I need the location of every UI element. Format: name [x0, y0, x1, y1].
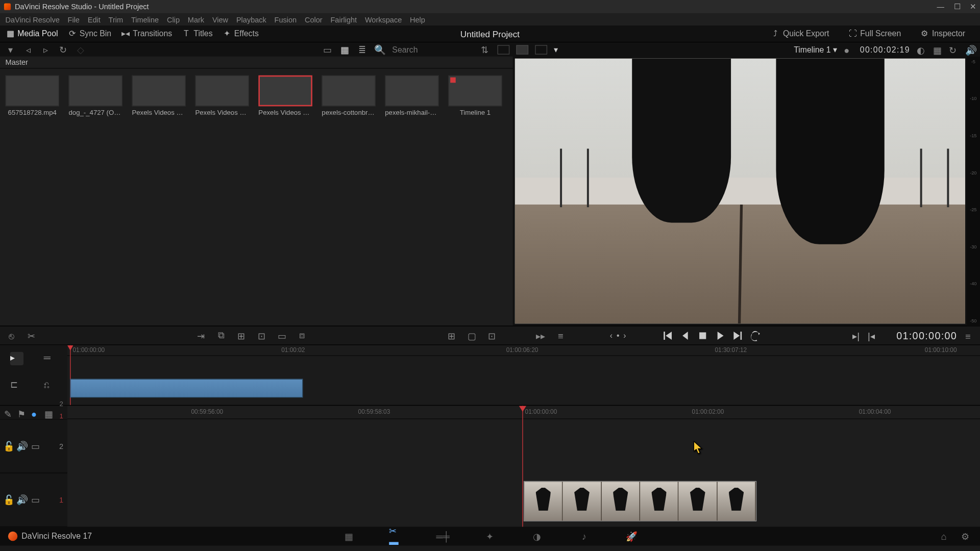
menu-clip[interactable]: Clip [167, 15, 180, 23]
edit-page-button[interactable]: ═╪ [436, 530, 450, 543]
boring-detector-button[interactable]: ⎋ [6, 329, 18, 341]
refresh-button[interactable]: ↻ [58, 44, 68, 55]
lock-icon[interactable]: 🔓 [4, 495, 13, 505]
stop-button[interactable] [697, 330, 708, 341]
record-icon[interactable]: ● [844, 45, 853, 54]
timeline-ruler[interactable]: 00:59:56:00 00:59:58:03 01:00:00:00 01:0… [67, 406, 980, 419]
video-track-1[interactable] [67, 475, 980, 527]
fast-review-button[interactable]: ▸▸ [534, 329, 547, 341]
sort-button[interactable]: ⇅ [480, 44, 491, 55]
tools-button[interactable]: ⊞ [446, 329, 458, 341]
list-view-button[interactable]: ≣ [357, 44, 368, 55]
lock-icon[interactable]: 🔓 [4, 441, 13, 450]
clip-thumbnail[interactable]: Timeline 1 [448, 76, 502, 116]
speaker-icon[interactable]: 🔊 [17, 441, 27, 450]
track-header-v2[interactable]: 🔓 🔊 ▭ 2 [0, 419, 67, 473]
misc-button[interactable]: ◇ [76, 44, 86, 55]
master-bin-label[interactable]: Master [0, 57, 513, 69]
close-button[interactable]: ✕ [970, 3, 976, 11]
go-start-button[interactable] [663, 330, 673, 341]
video-toggle-icon[interactable]: ▭ [31, 495, 40, 505]
smart-insert-button[interactable]: ⇥ [195, 329, 207, 341]
menu-help[interactable]: Help [410, 15, 425, 23]
media-page-button[interactable]: ▦ [342, 530, 355, 543]
viewer-layout-3[interactable] [535, 45, 547, 54]
menu-workspace[interactable]: Workspace [365, 15, 402, 23]
import-dropdown[interactable]: ▾ [6, 44, 16, 55]
video-track-2[interactable] [67, 420, 980, 474]
timeline-clip[interactable] [524, 481, 756, 521]
timeline-canvas[interactable]: 00:59:56:00 00:59:58:03 01:00:00:00 01:0… [67, 406, 980, 527]
panel-sync-bin[interactable]: ⟳Sync Bin [67, 29, 111, 38]
timeline-dropdown[interactable]: Timeline 1 ▾ [794, 45, 837, 54]
mini-clip[interactable] [70, 379, 303, 397]
fusion-page-button[interactable]: ✦ [483, 530, 497, 543]
timeline-clip-audio[interactable] [524, 521, 756, 521]
split-button[interactable]: ✂ [26, 329, 38, 341]
step-back-button[interactable] [680, 330, 691, 341]
track-header-v1[interactable]: 🔓 🔊 ▭ 1 [0, 473, 67, 527]
marker-toggle[interactable]: ✎ [4, 408, 12, 416]
bin-fwd-button[interactable]: ▹ [40, 44, 51, 55]
bypass-icon[interactable]: ◐ [917, 45, 926, 54]
clip-thumbnail-selected[interactable]: Pexels Videos 279... [258, 76, 312, 116]
source-overwrite-button[interactable]: ⧈ [296, 329, 308, 341]
snap-button[interactable]: ⊏ [10, 379, 23, 392]
clip-thumbnail[interactable]: Pexels Videos 278... [195, 76, 249, 116]
clip-thumbnail[interactable]: dog_-_4727 (Origi... [69, 76, 122, 116]
review-button[interactable]: ≡ [555, 329, 567, 341]
maximize-button[interactable]: ☐ [954, 3, 961, 11]
timeline-timecode[interactable]: 01:00:00:00 [896, 330, 957, 341]
menu-fusion[interactable]: Fusion [275, 15, 297, 23]
menu-timeline[interactable]: Timeline [131, 15, 159, 23]
dynamic-zoom-button[interactable]: ▢ [466, 329, 478, 341]
fairlight-page-button[interactable]: ♪ [577, 530, 591, 543]
menu-playback[interactable]: Playback [236, 15, 266, 23]
deliver-page-button[interactable]: 🚀 [625, 530, 638, 543]
clip-thumbnail[interactable]: pexels-cottonbro-... [322, 76, 375, 116]
video-toggle-icon[interactable]: ▭ [31, 441, 40, 450]
quick-export-button[interactable]: ⤴Quick Export [771, 29, 829, 38]
go-end-button[interactable] [732, 330, 743, 341]
clip-thumbnail[interactable]: pexels-mikhail-nil... [385, 76, 438, 116]
timeline-mode-b[interactable]: ═ [44, 352, 57, 365]
jog-next[interactable]: › [623, 331, 626, 340]
thumb-toggle[interactable]: ▦ [44, 408, 53, 416]
ripple-overwrite-button[interactable]: ⊞ [236, 329, 248, 341]
speaker-icon[interactable]: 🔊 [965, 45, 974, 54]
filmstrip-view-button[interactable]: ▭ [322, 44, 333, 55]
timeline-mode-a[interactable]: ▸ [10, 352, 23, 365]
color-page-button[interactable]: ◑ [530, 530, 544, 543]
menu-mark[interactable]: Mark [188, 15, 204, 23]
search-input[interactable] [392, 45, 473, 54]
audio-trim-button[interactable]: ⎌ [44, 379, 57, 392]
menu-trim[interactable]: Trim [109, 15, 123, 23]
cut-page-button[interactable]: ✂▬ [389, 530, 402, 543]
viewer-mode-dropdown[interactable]: ▾ [554, 45, 558, 54]
panel-titles[interactable]: TTitles [182, 29, 213, 38]
panel-transitions[interactable]: ▸◂Transitions [121, 29, 173, 38]
minimize-button[interactable]: — [937, 3, 945, 11]
clip-thumbnail[interactable]: 657518728.mp4 [6, 76, 59, 116]
panel-effects[interactable]: ✦Effects [222, 29, 259, 38]
loop-toggle[interactable] [750, 330, 761, 341]
prev-edit-button[interactable]: ▸| [852, 330, 860, 341]
append-button[interactable]: ⧉ [215, 329, 228, 341]
inspector-button[interactable]: ⚙Inspector [920, 29, 965, 38]
loop-icon[interactable]: ↻ [949, 45, 958, 54]
clip-thumbnail[interactable]: Pexels Videos 288... [132, 76, 185, 116]
close-up-button[interactable]: ⊡ [256, 329, 268, 341]
place-on-top-button[interactable]: ▭ [276, 329, 288, 341]
viewer-layout-2[interactable] [516, 45, 528, 54]
menu-fairlight[interactable]: Fairlight [330, 15, 357, 23]
menu-color[interactable]: Color [305, 15, 323, 23]
safe-area-icon[interactable]: ▦ [933, 45, 942, 54]
menu-file[interactable]: File [68, 15, 80, 23]
sync-lock-toggle[interactable]: ● [31, 408, 39, 416]
menu-edit[interactable]: Edit [88, 15, 101, 23]
bin-back-button[interactable]: ◃ [23, 44, 34, 55]
viewer-layout-1[interactable] [497, 45, 509, 54]
speaker-icon[interactable]: 🔊 [17, 495, 27, 505]
play-button[interactable] [715, 330, 726, 341]
panel-media-pool[interactable]: ▦Media Pool [6, 29, 58, 38]
